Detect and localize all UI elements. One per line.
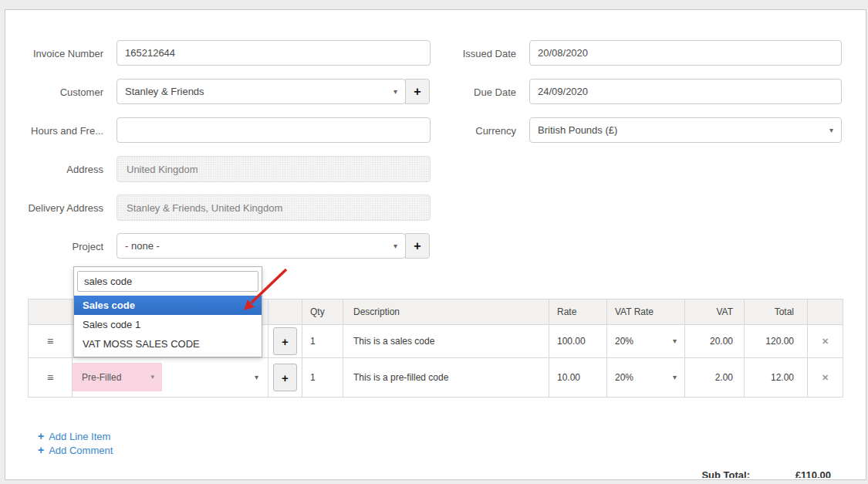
- header-vat-rate: VAT Rate: [607, 300, 685, 324]
- header-add-column: [269, 300, 302, 324]
- row-add-code-button[interactable]: +: [273, 364, 297, 391]
- rate-cell[interactable]: 100.00: [549, 325, 607, 357]
- currency-label: Currency: [422, 125, 516, 137]
- address-value: United Kingdom: [127, 164, 198, 175]
- chevron-down-icon: ▾: [829, 127, 833, 134]
- prefilled-select-value: Pre-Filled: [82, 372, 121, 383]
- header-delete-column: [808, 300, 843, 324]
- table-row: ≡ Pre-Filled ▾ ▾ + 1 This is a pre-fille…: [29, 358, 843, 397]
- sales-code-select-cell[interactable]: Pre-Filled ▾ ▾: [73, 358, 269, 397]
- sales-code-search-input[interactable]: [77, 271, 258, 292]
- currency-select[interactable]: British Pounds (£) ▾: [529, 117, 842, 143]
- customer-select[interactable]: Stanley & Friends ▾: [117, 79, 406, 104]
- due-date-label: Due Date: [422, 86, 516, 98]
- address-field: United Kingdom: [117, 156, 431, 182]
- customer-select-value: Stanley & Friends: [125, 86, 204, 97]
- dropdown-option[interactable]: VAT MOSS SALES CODE: [74, 334, 262, 354]
- delete-row-button[interactable]: ✕: [822, 337, 829, 347]
- qty-cell[interactable]: 1: [302, 358, 343, 397]
- project-select-value: - none -: [125, 240, 160, 252]
- add-project-button[interactable]: +: [405, 233, 430, 259]
- close-icon: ✕: [822, 373, 829, 382]
- page-background: Invoice Number Customer Stanley & Friend…: [0, 0, 868, 484]
- header-description: Description: [343, 300, 549, 324]
- description-cell[interactable]: This is a sales code: [343, 325, 549, 357]
- vat-rate-select[interactable]: 20% ▾: [615, 372, 684, 383]
- close-icon: ✕: [822, 337, 829, 346]
- sales-code-dropdown: Sales code Sales code 1 VAT MOSS SALES C…: [73, 266, 262, 357]
- rate-cell[interactable]: 10.00: [549, 358, 607, 397]
- project-select[interactable]: - none - ▾: [117, 233, 406, 259]
- header-total: Total: [745, 300, 808, 324]
- hours-frequency-label: Hours and Fre...: [5, 125, 103, 137]
- plus-icon: +: [414, 85, 420, 99]
- row-add-code-button[interactable]: +: [273, 327, 297, 355]
- invoice-form-card: Invoice Number Customer Stanley & Friend…: [5, 9, 866, 480]
- drag-handle-icon[interactable]: ≡: [47, 371, 53, 384]
- header-qty: Qty: [302, 300, 343, 324]
- drag-handle-icon[interactable]: ≡: [47, 335, 53, 347]
- header-rate: Rate: [549, 300, 607, 324]
- chevron-down-icon[interactable]: ▾: [255, 374, 258, 381]
- issued-date-label: Issued Date: [422, 48, 516, 59]
- add-line-item-label: Add Line Item: [49, 431, 110, 442]
- total-cell: 120.00: [745, 325, 808, 357]
- vat-cell: 20.00: [685, 325, 745, 357]
- plus-icon: +: [38, 430, 44, 442]
- add-comment-link[interactable]: + Add Comment: [38, 444, 113, 456]
- prefilled-select[interactable]: Pre-Filled ▾: [73, 363, 162, 391]
- invoice-number-label: Invoice Number: [5, 48, 103, 59]
- project-label: Project: [5, 241, 103, 252]
- sub-total-value: £110.00: [795, 469, 831, 478]
- dropdown-option-highlighted[interactable]: Sales code: [74, 296, 262, 315]
- chevron-down-icon: ▾: [393, 88, 397, 96]
- vat-rate-select[interactable]: 20% ▾: [615, 336, 684, 347]
- currency-select-value: British Pounds (£): [538, 124, 617, 136]
- address-label: Address: [5, 164, 103, 175]
- customer-label: Customer: [5, 86, 103, 98]
- total-cell: 12.00: [745, 358, 808, 397]
- dropdown-option[interactable]: Sales code 1: [74, 315, 262, 334]
- chevron-down-icon: ▾: [673, 374, 677, 381]
- delivery-address-field: Stanley & Friends, United Kingdom: [117, 195, 431, 221]
- header-drag-column: [29, 300, 73, 324]
- invoice-number-input[interactable]: [117, 40, 431, 66]
- vat-rate-value: 20%: [615, 336, 633, 347]
- header-vat: VAT: [685, 300, 745, 324]
- chevron-down-icon: ▾: [393, 242, 397, 250]
- plus-icon: +: [282, 335, 289, 348]
- due-date-input[interactable]: [529, 79, 842, 104]
- add-comment-label: Add Comment: [49, 445, 113, 456]
- add-line-item-link[interactable]: + Add Line Item: [38, 430, 110, 442]
- totals-section: Sub Total: £110.00: [5, 469, 864, 478]
- delivery-address-label: Delivery Address: [5, 202, 103, 214]
- plus-icon: +: [38, 444, 44, 456]
- description-cell[interactable]: This is a pre-filled code: [343, 358, 549, 397]
- delivery-address-value: Stanley & Friends, United Kingdom: [127, 202, 282, 214]
- chevron-down-icon: ▾: [150, 374, 154, 381]
- plus-icon: +: [414, 239, 420, 253]
- sub-total-label: Sub Total:: [701, 469, 750, 478]
- qty-cell[interactable]: 1: [302, 325, 343, 357]
- plus-icon: +: [282, 371, 289, 384]
- chevron-down-icon: ▾: [673, 337, 677, 345]
- hours-frequency-input[interactable]: [117, 117, 431, 143]
- vat-rate-value: 20%: [615, 372, 633, 383]
- issued-date-input[interactable]: [529, 40, 842, 66]
- delete-row-button[interactable]: ✕: [822, 373, 829, 383]
- vat-cell: 2.00: [685, 358, 745, 397]
